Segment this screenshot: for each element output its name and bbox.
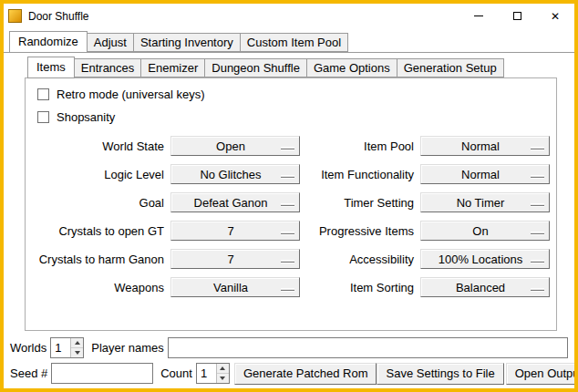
item-sorting-label: Item Sorting: [306, 281, 414, 294]
tab-items[interactable]: Items: [27, 57, 75, 78]
shopsanity-checkbox[interactable]: [37, 111, 49, 123]
dropdown-indicator-icon: [531, 175, 544, 178]
tab-game-options[interactable]: Game Options: [306, 58, 397, 77]
item-sorting-dropdown[interactable]: Balanced: [420, 277, 550, 297]
weapons-dropdown[interactable]: Vanilla: [170, 277, 300, 297]
weapons-value: Vanilla: [213, 281, 257, 294]
weapons-label: Weapons: [31, 281, 164, 294]
maximize-icon: [513, 12, 521, 20]
tab-enemizer[interactable]: Enemizer: [140, 58, 205, 77]
window-controls: ✕: [459, 4, 574, 28]
tab-adjust[interactable]: Adjust: [87, 33, 134, 52]
goal-value: Defeat Ganon: [194, 196, 277, 210]
dropdown-indicator-icon: [531, 203, 544, 206]
seed-input[interactable]: [51, 363, 153, 384]
seed-row: Seed # Count 1 Generate Patched Rom Save…: [10, 363, 568, 384]
logic-level-value: No Glitches: [200, 168, 270, 181]
item-functionality-value: Normal: [461, 168, 509, 181]
item-pool-dropdown[interactable]: Normal: [420, 136, 550, 156]
sub-tab-bar: Items Entrances Enemizer Dungeon Shuffle…: [4, 57, 574, 77]
crystals-to-harm-ganon-label: Crystals to harm Ganon: [31, 253, 164, 266]
shopsanity-checkbox-row: Shopsanity: [37, 106, 556, 129]
item-pool-value: Normal: [461, 139, 509, 153]
worlds-spin-down-button[interactable]: [71, 347, 83, 357]
close-icon: ✕: [551, 11, 560, 22]
retro-mode-label: Retro mode (universal keys): [57, 88, 205, 101]
randomize-pane: Items Entrances Enemizer Dungeon Shuffle…: [4, 52, 574, 388]
world-state-value: Open: [216, 139, 254, 153]
worlds-value: 1: [51, 338, 70, 357]
player-names-label: Player names: [91, 341, 163, 355]
dropdown-indicator-icon: [531, 232, 544, 234]
item-sorting-value: Balanced: [456, 281, 514, 294]
dropdown-indicator-icon: [281, 232, 294, 234]
tab-entrances[interactable]: Entrances: [74, 58, 142, 77]
count-spin-up-button[interactable]: [217, 364, 229, 373]
window: Door Shuffle ✕ Randomize Adjust Starting…: [0, 0, 578, 392]
minimize-icon: [474, 15, 483, 16]
logic-level-dropdown[interactable]: No Glitches: [170, 164, 300, 184]
player-names-input[interactable]: [168, 337, 568, 358]
goal-dropdown[interactable]: Defeat Ganon: [170, 192, 300, 212]
accessibility-dropdown[interactable]: 100% Locations: [420, 249, 550, 269]
worlds-spin-up-button[interactable]: [71, 338, 83, 347]
timer-setting-label: Timer Setting: [306, 196, 414, 210]
arrow-down-icon: [75, 351, 80, 355]
dropdown-indicator-icon: [281, 203, 294, 206]
timer-setting-dropdown[interactable]: No Timer: [420, 192, 550, 212]
arrow-up-icon: [75, 341, 80, 345]
crystals-to-open-gt-value: 7: [227, 224, 243, 238]
worlds-label: Worlds: [10, 341, 46, 355]
progressive-items-label: Progressive Items: [306, 224, 414, 238]
item-functionality-label: Item Functionality: [306, 168, 414, 181]
open-output-button[interactable]: Open Output Directory: [506, 363, 578, 385]
count-spin-arrows: [216, 364, 229, 383]
dropdown-indicator-icon: [531, 288, 544, 291]
count-spinbox[interactable]: 1: [196, 363, 230, 384]
crystals-to-open-gt-dropdown[interactable]: 7: [170, 221, 300, 241]
titlebar[interactable]: Door Shuffle ✕: [4, 4, 574, 28]
crystals-to-harm-ganon-dropdown[interactable]: 7: [170, 249, 300, 269]
shopsanity-label: Shopsanity: [57, 110, 115, 124]
window-title: Door Shuffle: [28, 10, 89, 23]
tab-dungeon-shuffle[interactable]: Dungeon Shuffle: [204, 58, 307, 77]
minimize-button[interactable]: [459, 4, 498, 28]
app-icon: [8, 9, 22, 23]
progressive-items-dropdown[interactable]: On: [420, 221, 550, 241]
accessibility-value: 100% Locations: [439, 253, 532, 266]
worlds-spinbox[interactable]: 1: [50, 337, 84, 358]
generate-button[interactable]: Generate Patched Rom: [234, 363, 377, 385]
world-state-label: World State: [31, 139, 164, 153]
crystals-to-open-gt-label: Crystals to open GT: [31, 224, 164, 238]
goal-label: Goal: [31, 196, 164, 210]
progressive-items-value: On: [472, 224, 497, 238]
count-spin-down-button[interactable]: [217, 373, 229, 383]
retro-mode-checkbox[interactable]: [37, 88, 49, 100]
accessibility-label: Accessibility: [306, 253, 414, 266]
dropdown-indicator-icon: [281, 175, 294, 178]
main-tab-bar: Randomize Adjust Starting Inventory Cust…: [4, 31, 574, 52]
logic-level-label: Logic Level: [31, 168, 164, 181]
arrow-down-icon: [220, 377, 225, 380]
options-grid: World State Open Item Pool Normal Logic …: [31, 136, 556, 297]
maximize-button[interactable]: [498, 4, 536, 28]
seed-label: Seed #: [10, 366, 47, 380]
worlds-row: Worlds 1 Player names: [10, 337, 568, 358]
dropdown-indicator-icon: [281, 260, 294, 263]
retro-mode-checkbox-row: Retro mode (universal keys): [37, 83, 556, 106]
count-value: 1: [197, 364, 216, 383]
item-pool-label: Item Pool: [306, 139, 414, 153]
crystals-to-harm-ganon-value: 7: [227, 253, 243, 266]
tab-randomize[interactable]: Randomize: [9, 31, 88, 53]
item-functionality-dropdown[interactable]: Normal: [420, 164, 550, 184]
close-button[interactable]: ✕: [536, 4, 574, 28]
save-settings-button[interactable]: Save Settings to File: [377, 363, 503, 385]
dropdown-indicator-icon: [531, 147, 544, 150]
tab-custom-item-pool[interactable]: Custom Item Pool: [240, 33, 348, 52]
tab-starting-inventory[interactable]: Starting Inventory: [133, 33, 241, 52]
arrow-up-icon: [220, 366, 225, 370]
items-pane: Retro mode (universal keys) Shopsanity W…: [25, 77, 557, 331]
tab-generation-setup[interactable]: Generation Setup: [397, 58, 504, 77]
count-label: Count: [160, 366, 192, 380]
world-state-dropdown[interactable]: Open: [170, 136, 300, 156]
